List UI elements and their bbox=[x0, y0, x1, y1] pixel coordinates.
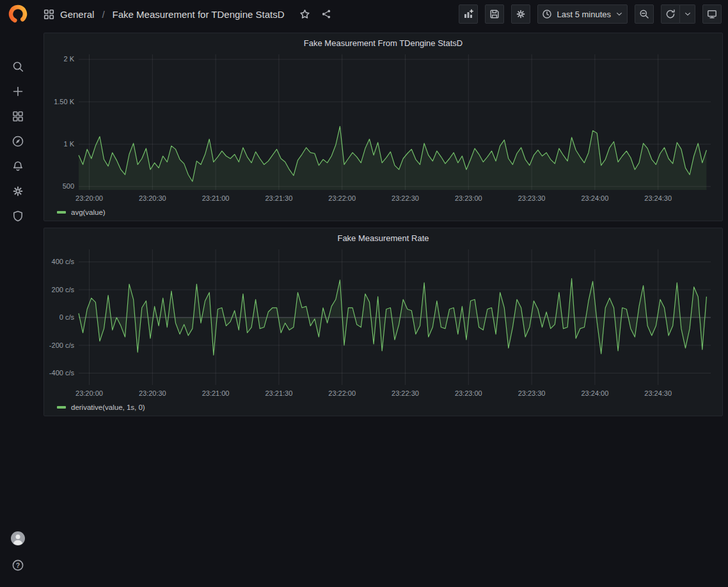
time-range-label: Last 5 minutes bbox=[557, 10, 611, 19]
panel-title[interactable]: Fake Measurement From TDengine StatsD bbox=[49, 36, 717, 51]
svg-text:23:21:30: 23:21:30 bbox=[265, 194, 292, 202]
svg-text:1.50 K: 1.50 K bbox=[54, 98, 74, 106]
refresh-interval-dropdown[interactable] bbox=[680, 4, 695, 24]
sidebar-item-dashboards[interactable] bbox=[0, 104, 35, 129]
chevron-down-icon bbox=[615, 10, 623, 18]
sidebar-item-server-admin[interactable] bbox=[0, 203, 35, 228]
svg-text:23:23:30: 23:23:30 bbox=[518, 194, 546, 202]
dashboard-grid: Fake Measurement From TDengine StatsD 23… bbox=[35, 28, 728, 416]
star-dashboard-button[interactable] bbox=[297, 9, 313, 20]
avatar-icon bbox=[11, 531, 25, 545]
sidebar-item-help[interactable]: ? bbox=[12, 559, 24, 574]
gear-icon bbox=[12, 185, 24, 198]
svg-text:23:20:30: 23:20:30 bbox=[139, 194, 166, 202]
svg-text:-200 c/s: -200 c/s bbox=[49, 341, 74, 349]
svg-text:500: 500 bbox=[63, 182, 74, 190]
plus-icon bbox=[12, 85, 24, 98]
sidebar-item-search[interactable] bbox=[0, 54, 35, 79]
svg-text:2 K: 2 K bbox=[63, 55, 74, 63]
breadcrumb-separator: / bbox=[100, 9, 106, 20]
svg-text:23:24:00: 23:24:00 bbox=[581, 194, 608, 202]
zoom-out-button[interactable] bbox=[635, 4, 654, 24]
dashboard-title[interactable]: Fake Measurement for TDengine StatsD bbox=[113, 9, 285, 20]
svg-text:23:22:00: 23:22:00 bbox=[328, 194, 356, 202]
bell-icon bbox=[12, 160, 24, 173]
dashboard-settings-button[interactable] bbox=[511, 4, 530, 24]
breadcrumb: General / Fake Measurement for TDengine … bbox=[44, 9, 334, 20]
svg-text:0 c/s: 0 c/s bbox=[59, 313, 75, 321]
save-dashboard-button[interactable] bbox=[485, 4, 504, 24]
save-icon bbox=[489, 9, 500, 19]
legend-series-label[interactable]: avg(value) bbox=[71, 208, 106, 216]
chevron-down-icon bbox=[684, 10, 692, 18]
grafana-logo-icon bbox=[7, 3, 29, 25]
svg-text:23:20:00: 23:20:00 bbox=[75, 389, 103, 397]
sidebar-item-explore[interactable] bbox=[0, 129, 35, 153]
svg-text:200 c/s: 200 c/s bbox=[52, 286, 75, 294]
compass-icon bbox=[12, 135, 24, 148]
legend-series-swatch bbox=[57, 406, 66, 409]
toolbar: Last 5 minutes bbox=[459, 4, 722, 24]
legend-series-swatch bbox=[57, 211, 66, 214]
clock-icon bbox=[542, 9, 552, 19]
breadcrumb-folder[interactable]: General bbox=[60, 9, 94, 20]
app-root: ? General / Fake Measurement for TDengin… bbox=[0, 0, 728, 587]
svg-text:23:22:30: 23:22:30 bbox=[392, 194, 419, 202]
refresh-button[interactable] bbox=[661, 4, 680, 24]
sidebar-bottom: ? bbox=[11, 531, 25, 574]
add-panel-button[interactable] bbox=[459, 4, 478, 24]
star-icon bbox=[299, 9, 310, 20]
chart-legend: derivative(value, 1s, 0) bbox=[49, 402, 717, 414]
user-avatar[interactable] bbox=[11, 531, 25, 548]
add-panel-icon bbox=[463, 9, 473, 19]
panel-title[interactable]: Fake Measurement Rate bbox=[49, 231, 717, 246]
svg-text:23:24:30: 23:24:30 bbox=[644, 194, 672, 202]
legend-series-label[interactable]: derivative(value, 1s, 0) bbox=[71, 403, 145, 411]
time-range-picker[interactable]: Last 5 minutes bbox=[537, 4, 628, 24]
sidebar-nav bbox=[0, 54, 35, 228]
help-icon: ? bbox=[12, 559, 24, 572]
panel-fake-measurement-rate: Fake Measurement Rate 23:20:0023:20:3023… bbox=[44, 228, 723, 416]
share-dashboard-button[interactable] bbox=[319, 9, 334, 19]
svg-text:23:21:30: 23:21:30 bbox=[265, 389, 292, 397]
svg-text:23:24:00: 23:24:00 bbox=[581, 389, 608, 397]
settings-gear-icon bbox=[516, 9, 526, 19]
monitor-icon bbox=[707, 9, 717, 19]
sidebar-item-configuration[interactable] bbox=[0, 178, 35, 203]
svg-text:23:22:30: 23:22:30 bbox=[392, 389, 419, 397]
svg-text:-400 c/s: -400 c/s bbox=[49, 369, 74, 377]
sidebar: ? bbox=[0, 0, 35, 587]
svg-text:23:21:00: 23:21:00 bbox=[202, 194, 230, 202]
svg-text:400 c/s: 400 c/s bbox=[52, 258, 75, 265]
cycle-view-mode-button[interactable] bbox=[702, 4, 722, 24]
svg-text:23:23:00: 23:23:00 bbox=[455, 389, 482, 397]
timeseries-chart-avg-value[interactable]: 23:20:0023:20:3023:21:0023:21:3023:22:00… bbox=[49, 51, 717, 207]
sidebar-item-create[interactable] bbox=[0, 79, 35, 104]
shield-icon bbox=[12, 210, 24, 223]
search-icon bbox=[12, 60, 24, 73]
refresh-button-group bbox=[661, 4, 695, 24]
svg-text:23:24:30: 23:24:30 bbox=[644, 389, 672, 397]
chart-legend: avg(value) bbox=[49, 207, 717, 219]
svg-text:23:22:00: 23:22:00 bbox=[328, 389, 356, 397]
sidebar-item-alerting[interactable] bbox=[0, 153, 35, 178]
svg-text:23:20:00: 23:20:00 bbox=[75, 194, 103, 202]
zoom-out-icon bbox=[639, 9, 649, 19]
svg-text:?: ? bbox=[15, 561, 19, 569]
dashboards-grid-icon bbox=[12, 110, 24, 123]
svg-text:23:23:00: 23:23:00 bbox=[455, 194, 482, 202]
refresh-icon bbox=[665, 9, 676, 19]
svg-text:23:21:00: 23:21:00 bbox=[202, 389, 230, 397]
timeseries-chart-derivative[interactable]: 23:20:0023:20:3023:21:0023:21:3023:22:00… bbox=[49, 246, 717, 402]
apps-grid-icon bbox=[44, 9, 54, 20]
panel-fake-measurement: Fake Measurement From TDengine StatsD 23… bbox=[44, 33, 723, 221]
svg-text:23:23:30: 23:23:30 bbox=[518, 389, 546, 397]
grafana-logo[interactable] bbox=[7, 3, 29, 25]
svg-text:23:20:30: 23:20:30 bbox=[139, 389, 166, 397]
top-navbar: General / Fake Measurement for TDengine … bbox=[35, 0, 728, 28]
main-area: General / Fake Measurement for TDengine … bbox=[35, 0, 728, 587]
share-icon bbox=[321, 9, 331, 19]
svg-text:1 K: 1 K bbox=[63, 140, 74, 148]
